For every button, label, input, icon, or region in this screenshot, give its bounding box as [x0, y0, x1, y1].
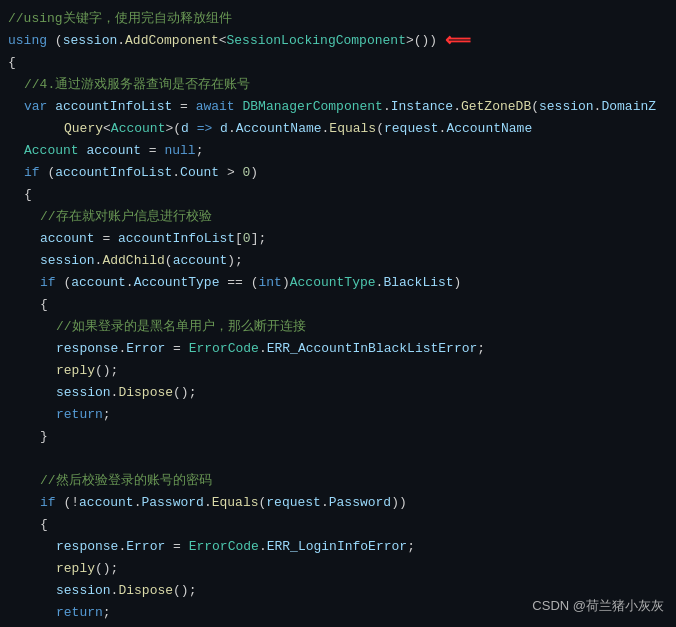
code-line-15: //如果登录的是黑名单用户，那么断开连接: [0, 316, 676, 338]
code-line-9: {: [0, 184, 676, 206]
code-line-14: {: [0, 294, 676, 316]
line-1-content: //using关键字，使用完自动释放组件: [8, 9, 232, 29]
code-line-10: //存在就对账户信息进行校验: [0, 206, 676, 228]
space: [47, 31, 55, 51]
code-line-20: }: [0, 426, 676, 448]
code-line-26: reply ();: [0, 558, 676, 580]
code-line-22: //然后校验登录的账号的密码: [0, 470, 676, 492]
code-line-17: reply ();: [0, 360, 676, 382]
code-line-21: [0, 448, 676, 470]
code-line-24: {: [0, 514, 676, 536]
code-line-25: response . Error = ErrorCode . ERR_Login…: [0, 536, 676, 558]
red-arrow-icon: ⟸: [445, 31, 471, 51]
code-line-5: var accountInfoList = await DBManagerCom…: [0, 96, 676, 118]
code-line-4: //4.通过游戏服务器查询是否存在账号: [0, 74, 676, 96]
code-line-6: Query < Account >( d => d . AccountName …: [0, 118, 676, 140]
code-line-19: return ;: [0, 404, 676, 426]
code-line-2: using ( session . AddComponent < Session…: [0, 30, 676, 52]
watermark: CSDN @荷兰猪小灰灰: [532, 597, 664, 615]
watermark-text: CSDN @荷兰猪小灰灰: [532, 598, 664, 613]
code-line-18: session . Dispose ();: [0, 382, 676, 404]
code-line-8: if ( accountInfoList . Count > 0 ): [0, 162, 676, 184]
code-line-13: if ( account . AccountType == ( int ) Ac…: [0, 272, 676, 294]
code-line-3: {: [0, 52, 676, 74]
code-line-11: account = accountInfoList [ 0 ];: [0, 228, 676, 250]
code-line-12: session . AddChild ( account );: [0, 250, 676, 272]
code-line-1: //using关键字，使用完自动释放组件: [0, 8, 676, 30]
code-line-23: if (! account . Password . Equals ( requ…: [0, 492, 676, 514]
keyword-using: using: [8, 31, 47, 51]
code-line-7: Account account = null ;: [0, 140, 676, 162]
code-editor: //using关键字，使用完自动释放组件 using ( session . A…: [0, 0, 676, 627]
code-line-16: response . Error = ErrorCode . ERR_Accou…: [0, 338, 676, 360]
